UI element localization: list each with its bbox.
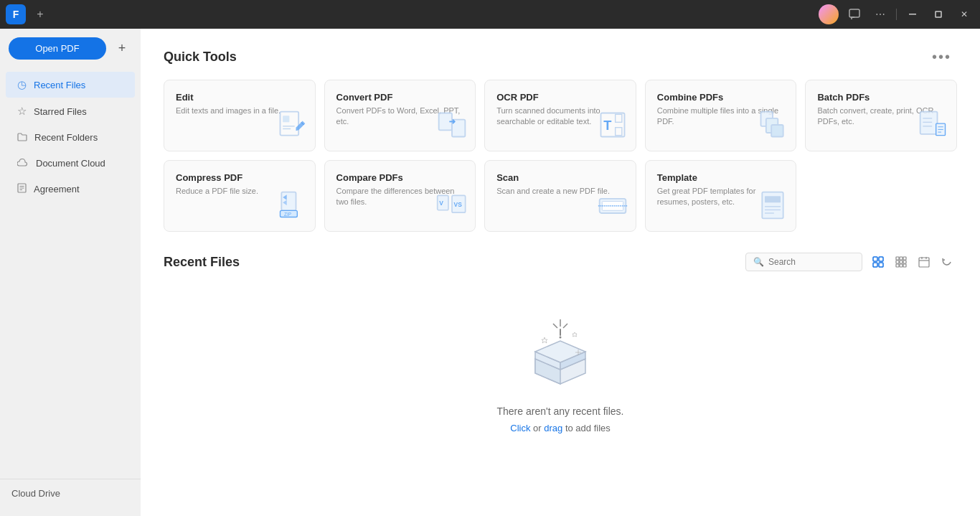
sidebar-item-recent-folders[interactable]: Recent Folders (6, 125, 135, 150)
tool-title: Edit (176, 92, 303, 103)
tool-card-convert-pdf[interactable]: Convert PDF Convert PDFs to Word, Excel,… (324, 80, 476, 151)
svg-rect-2 (936, 11, 941, 17)
tool-card-combine-pdfs[interactable]: Combine PDFs Combine multiple files into… (645, 80, 797, 151)
close-button[interactable]: ✕ (954, 4, 974, 24)
svg-rect-20 (772, 125, 784, 137)
titlebar-actions: ⋯ ✕ (819, 4, 974, 24)
tool-title: Combine PDFs (657, 92, 785, 103)
or-text: or (533, 423, 544, 433)
calendar-view-button[interactable] (914, 252, 934, 272)
svg-rect-47 (879, 263, 883, 267)
svg-rect-8 (283, 116, 289, 122)
app-body: Open PDF + ◷ Recent Files ☆ Starred File… (0, 29, 980, 516)
chat-icon[interactable] (844, 4, 864, 24)
search-box[interactable]: 🔍 (745, 253, 862, 271)
svg-text:T: T (603, 118, 611, 133)
click-link[interactable]: Click (510, 423, 530, 433)
sidebar: Open PDF + ◷ Recent Files ☆ Starred File… (0, 29, 141, 516)
svg-rect-39 (763, 192, 783, 219)
recent-files-controls: 🔍 (745, 252, 957, 272)
titlebar: F + ⋯ ✕ (0, 0, 980, 29)
svg-rect-7 (280, 112, 298, 136)
batch-pdfs-icon (918, 109, 949, 144)
search-input[interactable] (768, 257, 854, 267)
tool-title: Compress PDF (176, 172, 303, 183)
ocr-pdf-icon: T (597, 109, 628, 144)
quick-tools-title: Quick Tools (164, 50, 237, 65)
add-button[interactable]: + (112, 39, 132, 59)
svg-text:VS: VS (454, 201, 463, 208)
template-icon (757, 189, 788, 224)
sidebar-item-agreement[interactable]: Agreement (6, 177, 135, 202)
tool-card-compare-pdfs[interactable]: Compare PDFs Compare the differences bet… (324, 160, 476, 232)
sidebar-item-recent-files[interactable]: ◷ Recent Files (6, 72, 135, 98)
svg-rect-17 (615, 128, 621, 136)
recent-files-title: Recent Files (164, 255, 240, 270)
svg-rect-40 (765, 196, 781, 202)
empty-action-text: Click or drag to add files (510, 423, 611, 433)
refresh-button[interactable] (937, 252, 957, 272)
svg-rect-45 (879, 257, 883, 261)
open-pdf-button[interactable]: Open PDF (9, 37, 106, 60)
compare-pdfs-icon: V VS (436, 189, 468, 224)
tool-card-scan[interactable]: Scan Scan and create a new PDF file. (484, 160, 636, 232)
tool-card-compress-pdf[interactable]: Compress PDF Reduce a PDF file size. ZIP (164, 160, 316, 232)
svg-rect-1 (909, 14, 916, 15)
drag-link[interactable]: drag (544, 423, 562, 433)
quick-tools-header: Quick Tools ••• (164, 46, 957, 68)
main-content: Quick Tools ••• Edit Edit texts and imag… (141, 29, 980, 516)
quick-tools-more-button[interactable]: ••• (926, 46, 957, 68)
svg-rect-16 (615, 114, 621, 122)
svg-rect-0 (849, 9, 859, 17)
sidebar-top: Open PDF + (0, 37, 141, 68)
svg-rect-55 (900, 264, 903, 267)
tool-title: Convert PDF (336, 92, 464, 103)
tool-card-batch-pdfs[interactable]: Batch PDFs Batch convert, create, print,… (805, 80, 957, 151)
sidebar-nav: ◷ Recent Files ☆ Starred Files Recent Fo… (0, 68, 141, 473)
tool-card-ocr-pdf[interactable]: OCR PDF Turn scanned documents into sear… (484, 80, 636, 151)
minimize-button[interactable] (903, 4, 923, 24)
more-options-icon[interactable]: ⋯ (870, 4, 890, 24)
empty-state-text: There aren't any recent files. (497, 405, 624, 417)
svg-rect-46 (873, 263, 877, 267)
recent-folders-icon (17, 131, 27, 144)
edit-tool-icon (276, 109, 308, 144)
tool-title: Compare PDFs (336, 172, 464, 183)
app-logo: F (6, 4, 26, 24)
add-files-text: to add files (565, 423, 611, 433)
svg-text:V: V (439, 200, 443, 207)
avatar[interactable] (819, 4, 839, 24)
list-view-button[interactable] (868, 252, 888, 272)
separator (896, 9, 897, 20)
tool-card-edit[interactable]: Edit Edit texts and images in a file. (164, 80, 316, 151)
tool-card-template[interactable]: Template Get great PDF templates for res… (645, 160, 797, 232)
svg-rect-48 (896, 257, 899, 260)
starred-files-icon: ☆ (17, 105, 27, 118)
sidebar-item-label: Starred Files (34, 106, 87, 117)
combine-pdfs-icon (757, 109, 788, 144)
restore-button[interactable] (928, 4, 948, 24)
svg-line-63 (563, 324, 567, 328)
svg-rect-29 (281, 192, 296, 211)
sidebar-item-label: Recent Files (34, 80, 85, 90)
svg-rect-50 (903, 257, 906, 260)
svg-point-65 (560, 337, 562, 339)
svg-rect-56 (903, 264, 906, 267)
tool-title: Template (657, 172, 785, 183)
svg-line-62 (553, 324, 557, 328)
grid-view-button[interactable] (891, 252, 911, 272)
convert-pdf-icon (436, 109, 468, 144)
sidebar-item-label: Document Cloud (36, 158, 105, 169)
sidebar-item-document-cloud[interactable]: Document Cloud (6, 151, 135, 176)
scan-icon (597, 189, 628, 224)
document-cloud-icon (17, 157, 29, 169)
svg-text:ZIP: ZIP (284, 212, 291, 217)
svg-rect-44 (873, 257, 877, 261)
sidebar-item-starred-files[interactable]: ☆ Starred Files (6, 98, 135, 124)
svg-rect-52 (900, 261, 903, 263)
tool-title: Batch PDFs (817, 92, 945, 103)
cloud-drive-label: Cloud Drive (0, 479, 141, 507)
svg-rect-57 (919, 258, 929, 267)
tool-title: Scan (496, 172, 624, 183)
new-tab-button[interactable]: + (32, 6, 49, 23)
